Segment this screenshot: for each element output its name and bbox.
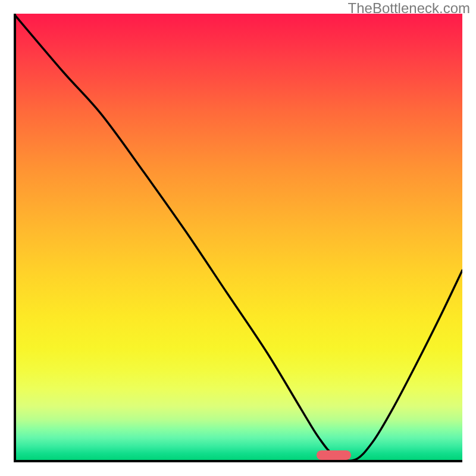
plot-area [14,14,462,460]
bottleneck-curve [14,14,462,460]
optimal-range-marker [317,450,351,460]
y-axis [14,14,16,462]
x-axis [14,460,462,462]
chart-container: TheBottleneck.com [0,0,476,476]
watermark-text: TheBottleneck.com [348,0,470,17]
